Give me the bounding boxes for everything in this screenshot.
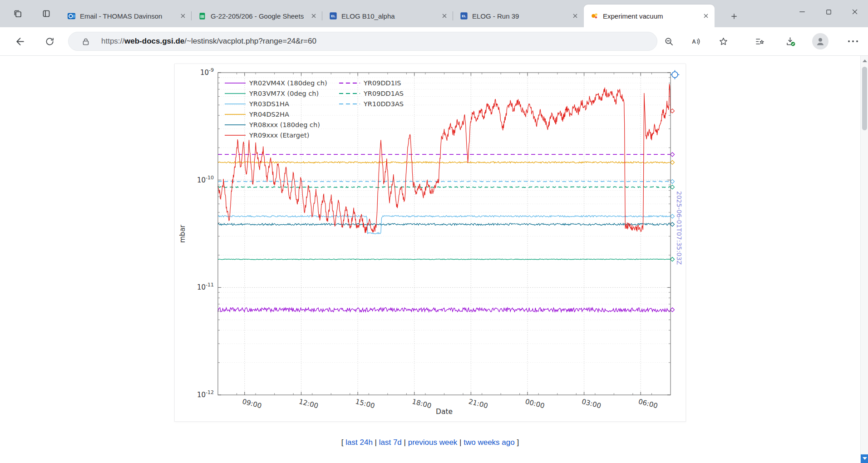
page-content: 09:0012:0015:0018:0021:0000:0003:0006:00… <box>0 56 860 463</box>
scrollbar-thumb[interactable] <box>862 67 867 130</box>
link-previous-week[interactable]: previous week <box>408 438 458 447</box>
read-aloud-icon[interactable]: A <box>685 31 705 51</box>
outlook-favicon <box>67 12 76 20</box>
link-two-weeks-ago[interactable]: two weeks ago <box>464 438 514 447</box>
scrollbar-down-button[interactable] <box>861 454 868 463</box>
footer-separator: | <box>457 438 464 447</box>
footer-separator: | <box>373 438 379 447</box>
svg-text:21:00: 21:00 <box>468 397 488 410</box>
svg-text:09:00: 09:00 <box>242 397 262 410</box>
scrollbar[interactable] <box>860 56 868 463</box>
series-layer <box>218 84 675 312</box>
elog-favicon: EL <box>329 12 337 20</box>
svg-text:YR02VM4X (180deg ch): YR02VM4X (180deg ch) <box>249 79 327 87</box>
window-minimize-button[interactable] <box>789 0 815 24</box>
tab-list: Email - THOMAS DavinsonG-22-205/206 - Go… <box>61 5 715 27</box>
url-path: /~lestinsk/vacplot.php?range=24&r=60 <box>184 37 316 45</box>
url-text: https://web-docs.gsi.de/~lestinsk/vacplo… <box>101 37 316 46</box>
svg-text:EL: EL <box>462 14 466 18</box>
tab-title: ELOG - Run 39 <box>472 12 566 20</box>
lock-icon[interactable] <box>81 37 90 46</box>
svg-text:10-12: 10-12 <box>197 389 214 399</box>
svg-text:YR10DD3AS: YR10DD3AS <box>363 100 404 108</box>
svg-text:12:00: 12:00 <box>298 397 319 410</box>
tab-close-icon[interactable] <box>439 11 449 21</box>
svg-text:00:00: 00:00 <box>524 397 545 410</box>
favorites-hub-icon[interactable] <box>750 31 769 51</box>
svg-text:YR09DD1AS: YR09DD1AS <box>363 90 404 97</box>
footer-open-bracket: [ <box>341 438 345 447</box>
svg-text:10-11: 10-11 <box>197 282 214 291</box>
svg-text:10-10: 10-10 <box>197 175 214 184</box>
svg-text:YR08xxx (180deg ch): YR08xxx (180deg ch) <box>249 121 320 128</box>
window-maximize-button[interactable] <box>815 0 842 24</box>
svg-text:18:00: 18:00 <box>411 397 432 410</box>
window-close-button[interactable] <box>842 0 868 24</box>
tab-actions-icon[interactable] <box>11 7 24 20</box>
vacuum-favicon <box>590 12 599 20</box>
url-domain: web-docs.gsi.de <box>124 37 184 45</box>
svg-text:YR03DS1HA: YR03DS1HA <box>249 100 289 108</box>
svg-text:06:00: 06:00 <box>637 397 658 410</box>
settings-more-icon[interactable] <box>843 31 863 51</box>
navigation-bar: https://web-docs.gsi.de/~lestinsk/vacplo… <box>0 27 868 56</box>
address-bar[interactable]: https://web-docs.gsi.de/~lestinsk/vacplo… <box>68 32 657 51</box>
svg-text:A: A <box>692 38 696 44</box>
svg-text:2025-06-01T07:35:03Z: 2025-06-01T07:35:03Z <box>676 191 683 265</box>
downloads-icon[interactable] <box>780 31 800 51</box>
time-range-links: [ last 24h | last 7d | previous week | t… <box>0 438 860 447</box>
tab-g-22-205-206-google-sheets[interactable]: G-22-205/206 - Google Sheets <box>192 5 322 27</box>
tab-close-icon[interactable] <box>570 11 580 21</box>
back-button[interactable] <box>10 31 30 51</box>
svg-text:YR09xxx (Etarget): YR09xxx (Etarget) <box>249 132 309 139</box>
tab-experiment-vacuum[interactable]: Experiment vacuum <box>584 5 715 27</box>
svg-text:YR09DD1IS: YR09DD1IS <box>363 79 401 87</box>
svg-text:Date: Date <box>436 408 453 416</box>
svg-text:03:00: 03:00 <box>581 397 602 410</box>
svg-text:YR04DS2HA: YR04DS2HA <box>249 111 289 118</box>
vacuum-plot-card: 09:0012:0015:0018:0021:0000:0003:0006:00… <box>174 64 686 422</box>
link-last-7d[interactable]: last 7d <box>379 438 402 447</box>
footer-close-bracket: ] <box>515 438 519 447</box>
svg-text:mbar: mbar <box>178 224 187 242</box>
profile-avatar[interactable] <box>812 33 829 49</box>
zoom-out-icon[interactable] <box>659 31 679 51</box>
tab-strip: Email - THOMAS DavinsonG-22-205/206 - Go… <box>0 0 868 27</box>
axes-layer: 09:0012:0015:0018:0021:0000:0003:0006:00… <box>178 67 683 416</box>
favorite-star-icon[interactable] <box>713 31 733 51</box>
tab-title: ELOG B10_alpha <box>341 12 435 20</box>
elog-favicon: EL <box>459 12 468 20</box>
svg-text:10-9: 10-9 <box>200 67 214 77</box>
refresh-button[interactable] <box>39 31 59 51</box>
crosshair-icon[interactable] <box>669 69 680 80</box>
tab-close-icon[interactable] <box>701 11 711 21</box>
scrollbar-up-button[interactable] <box>861 56 868 64</box>
new-tab-button[interactable] <box>727 10 741 23</box>
vertical-tabs-icon[interactable] <box>40 7 53 20</box>
svg-text:15:00: 15:00 <box>355 397 375 410</box>
footer-separator: | <box>402 438 408 447</box>
plot-legend: YR02VM4X (180deg ch)YR03VM7X (0deg ch)YR… <box>225 79 404 139</box>
tab-title: G-22-205/206 - Google Sheets <box>211 12 305 20</box>
tab-elog-run-39[interactable]: ELELOG - Run 39 <box>453 5 584 27</box>
tab-close-icon[interactable] <box>178 11 188 21</box>
svg-text:EL: EL <box>331 14 335 18</box>
sheets-favicon <box>198 12 207 20</box>
svg-text:YR03VM7X (0deg ch): YR03VM7X (0deg ch) <box>249 90 319 97</box>
tab-elog-b10-alpha[interactable]: ELELOG B10_alpha <box>322 5 453 27</box>
tab-email-thomas-davinson[interactable]: Email - THOMAS Davinson <box>61 5 192 27</box>
vacuum-plot: 09:0012:0015:0018:0021:0000:0003:0006:00… <box>175 64 686 422</box>
tab-title: Experiment vacuum <box>603 12 697 20</box>
url-scheme: https:// <box>101 37 124 45</box>
tab-close-icon[interactable] <box>309 11 319 21</box>
link-last-24h[interactable]: last 24h <box>345 438 373 447</box>
tab-title: Email - THOMAS Davinson <box>80 12 174 20</box>
